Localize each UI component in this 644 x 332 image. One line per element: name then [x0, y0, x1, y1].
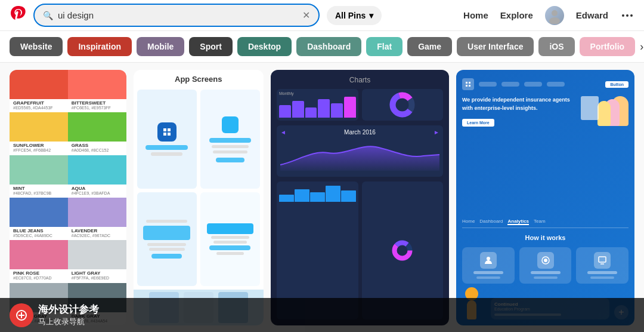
svg-rect-15	[466, 85, 467, 87]
nav-links: Home Explore Edward	[463, 6, 634, 25]
svg-point-2	[622, 14, 624, 17]
swatch-bittersweet[interactable]: BITTERSWEET #FC6E51, #E9573FF	[68, 70, 126, 112]
svg-rect-16	[469, 85, 470, 87]
feature-card-2	[519, 247, 572, 284]
categories-scroll-right[interactable]: ›	[640, 41, 643, 53]
search-clear-button[interactable]: ✕	[302, 10, 310, 21]
svg-rect-14	[469, 82, 470, 84]
category-user-interface[interactable]: User Interface	[457, 37, 534, 56]
search-bar: 🔍 ✕	[33, 4, 320, 27]
home-link[interactable]: Home	[463, 10, 488, 20]
app-screen-3[interactable]	[137, 192, 197, 286]
watermark-icon	[10, 303, 33, 327]
pin-card-charts: Charts Monthly	[271, 70, 449, 325]
category-website[interactable]: Website	[10, 37, 63, 56]
category-desktop[interactable]: Desktop	[237, 37, 292, 56]
swatch-lavender[interactable]: LAVENDER #AC92EC, #967ADC	[68, 198, 126, 239]
user-name[interactable]: Edward	[576, 10, 608, 20]
search-input[interactable]	[58, 10, 298, 20]
svg-rect-13	[466, 82, 467, 84]
category-ios[interactable]: iOS	[538, 37, 574, 56]
app-screen-4[interactable]	[200, 192, 260, 286]
svg-point-3	[626, 14, 628, 17]
svg-point-8	[398, 100, 407, 110]
feature-card-1	[462, 247, 515, 284]
filter-label: All Pins	[335, 11, 366, 20]
category-portfolio[interactable]: Portfolio	[580, 37, 636, 56]
svg-point-12	[399, 247, 406, 254]
pin-card-landing: Button We provide independent insurance …	[456, 70, 634, 325]
category-sport[interactable]: Sport	[189, 37, 233, 56]
charts-title: Charts	[277, 76, 443, 84]
svg-point-4	[630, 14, 633, 17]
watermark-main-text: 海外设计参考	[38, 303, 99, 316]
pin-card-app-screens: App Screens	[134, 70, 264, 325]
category-game[interactable]: Game	[407, 37, 452, 56]
swatch-grapefruit[interactable]: GRAPEFRUIT #ED5565, #DA4453F	[10, 70, 68, 112]
search-icon: 🔍	[43, 11, 53, 20]
svg-rect-20	[599, 257, 606, 262]
svg-point-17	[487, 257, 490, 260]
watermark: 海外设计参考 马上收录导航	[0, 298, 644, 332]
how-it-works-title: How it works	[462, 232, 628, 244]
blue-landing-bg: Button We provide independent insurance …	[456, 70, 634, 325]
category-mobile[interactable]: Mobile	[137, 37, 184, 56]
swatch-light-gray[interactable]: LIGHT GRAY #F5F7FA, #E6E9ED	[68, 240, 126, 282]
svg-point-19	[544, 259, 547, 262]
svg-point-0	[552, 10, 558, 16]
swatch-mint[interactable]: MINT #48CFAD, #37BC9B	[10, 155, 68, 197]
cta-button[interactable]: Learn More	[462, 119, 494, 127]
swatch-sunflower[interactable]: SUNFLOWER #FFCE54, #F6BB42	[10, 112, 68, 154]
color-swatches-grid: GRAPEFRUIT #ED5565, #DA4453F BITTERSWEET…	[10, 70, 126, 325]
chevron-down-icon: ▾	[369, 11, 373, 20]
swatch-aqua[interactable]: AQUA #4FC1E9, #3BAFDA	[68, 155, 126, 197]
swatch-grass[interactable]: GRASS #A0D468, #8CC152	[68, 112, 126, 154]
explore-link[interactable]: Explore	[500, 10, 533, 20]
main-content: GRAPEFRUIT #ED5565, #DA4453F BITTERSWEET…	[0, 63, 644, 332]
charts-dark-bg: Charts Monthly	[271, 70, 449, 325]
swatch-blue-jeans[interactable]: BLUE JEANS #5D9CEC, #4A89DC	[10, 198, 68, 239]
pin-card-colors: GRAPEFRUIT #ED5565, #DA4453F BITTERSWEET…	[10, 70, 126, 325]
app-screens-grid	[134, 86, 264, 290]
watermark-sub-text: 马上收录导航	[38, 316, 99, 327]
pinterest-logo[interactable]	[10, 5, 26, 26]
avatar	[545, 6, 564, 25]
app-screen-1[interactable]	[137, 90, 197, 189]
charts-date: March 2016	[344, 129, 376, 136]
more-button[interactable]	[620, 8, 634, 23]
category-flat[interactable]: Flat	[366, 37, 402, 56]
header: 🔍 ✕ All Pins ▾ Home Explore Edward	[0, 0, 644, 31]
swatch-pink-rose[interactable]: PINK ROSE #EC87C0, #D770AD	[10, 240, 68, 282]
hero-text: We provide independent insurance agents …	[462, 96, 572, 112]
category-inspiration[interactable]: Inspiration	[67, 37, 132, 56]
filter-button[interactable]: All Pins ▾	[327, 6, 382, 25]
svg-point-1	[549, 17, 560, 24]
category-dashboard[interactable]: Dashboard	[296, 37, 361, 56]
categories-bar: Website Inspiration Mobile Sport Desktop…	[0, 31, 644, 63]
feature-card-3	[576, 247, 628, 284]
app-screens-title: App Screens	[134, 70, 264, 86]
app-screen-2[interactable]	[200, 90, 260, 189]
